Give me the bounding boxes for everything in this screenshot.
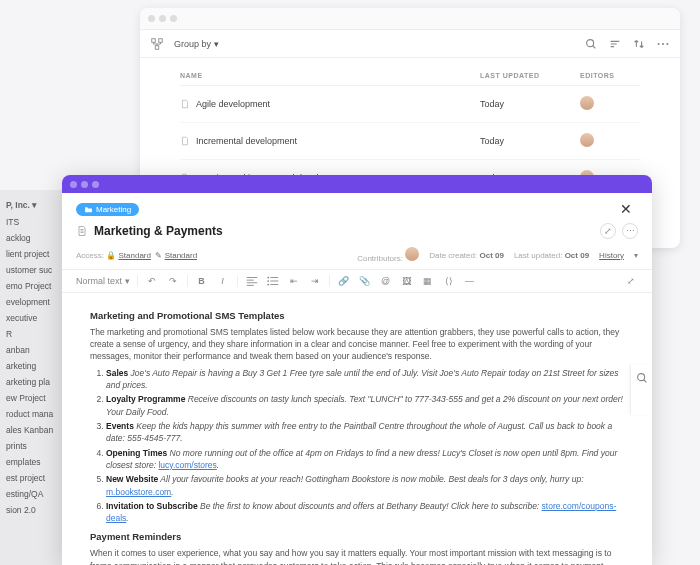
editor-toolbar: Normal text ▾ ↶ ↷ B I ⇤ ⇥ 🔗 📎 @ 🖼 ▦ ⟨⟩ —… xyxy=(62,270,652,293)
svg-point-10 xyxy=(637,374,644,381)
divider-icon[interactable]: — xyxy=(463,274,477,288)
row-title: Agile development xyxy=(196,99,270,109)
numbered-list: Sales Joe's Auto Repair is having a Buy … xyxy=(90,367,624,525)
traffic-lights xyxy=(148,15,177,22)
align-left-icon[interactable] xyxy=(245,274,259,288)
paragraph: The marketing and promotional SMS templa… xyxy=(90,326,624,363)
outdent-icon[interactable]: ⇤ xyxy=(287,274,301,288)
list-icon[interactable] xyxy=(266,274,280,288)
col-name: NAME xyxy=(180,72,480,79)
svg-point-3 xyxy=(587,39,594,46)
list-item: Opening Times No more running out of the… xyxy=(106,447,624,472)
paragraph: When it comes to user experience, what y… xyxy=(90,547,624,565)
list-item: New Website All your favourite books at … xyxy=(106,473,624,498)
link-icon[interactable]: 🔗 xyxy=(337,274,351,288)
document-icon xyxy=(180,99,190,109)
more-button[interactable]: ⋯ xyxy=(622,223,638,239)
list-item: Invitation to Subscribe Be the first to … xyxy=(106,500,624,525)
more-icon[interactable] xyxy=(656,37,670,51)
row-updated: Today xyxy=(480,136,580,146)
history-link[interactable]: History xyxy=(599,251,624,260)
project-tag[interactable]: Marketing xyxy=(76,203,139,216)
expand-icon[interactable]: ⤢ xyxy=(624,274,638,288)
search-icon[interactable] xyxy=(635,371,649,385)
title-row: Marketing & Payments ⤢ ⋯ xyxy=(62,221,652,245)
tag-row: Marketing ✕ xyxy=(62,193,652,221)
document-title[interactable]: Marketing & Payments xyxy=(94,224,594,238)
close-button[interactable]: ✕ xyxy=(614,199,638,219)
attachment-icon[interactable]: 📎 xyxy=(358,274,372,288)
row-updated: Today xyxy=(480,99,580,109)
undo-icon[interactable]: ↶ xyxy=(145,274,159,288)
updated-label: Last updated: xyxy=(514,251,562,260)
row-title: Incremental development xyxy=(196,136,297,146)
hierarchy-icon[interactable] xyxy=(150,37,164,51)
list-toolbar: Group by ▾ xyxy=(140,30,680,58)
table-row[interactable]: Incremental developmentToday xyxy=(180,123,640,160)
access-value2[interactable]: Standard xyxy=(165,251,197,260)
svg-point-5 xyxy=(662,42,664,44)
heading: Payment Reminders xyxy=(90,530,624,544)
col-updated: LAST UPDATED xyxy=(480,72,580,79)
contributors-label: Contributors: xyxy=(357,254,403,263)
created-value: Oct 09 xyxy=(479,251,503,260)
avatar[interactable] xyxy=(580,96,594,110)
right-rail xyxy=(630,365,652,415)
chevron-down-icon: ▾ xyxy=(214,39,219,49)
list-item: Events Keep the kids happy this summer w… xyxy=(106,420,624,445)
svg-rect-1 xyxy=(159,38,163,42)
code-icon[interactable]: ⟨⟩ xyxy=(442,274,456,288)
group-by-dropdown[interactable]: Group by ▾ xyxy=(174,39,219,49)
chevron-down-icon: ▾ xyxy=(32,200,37,210)
pencil-icon: ✎ xyxy=(155,251,162,260)
svg-point-9 xyxy=(267,284,269,286)
created-label: Date created: xyxy=(429,251,477,260)
bold-icon[interactable]: B xyxy=(195,274,209,288)
avatar[interactable] xyxy=(405,247,419,261)
svg-point-4 xyxy=(658,42,660,44)
mention-icon[interactable]: @ xyxy=(379,274,393,288)
style-dropdown[interactable]: Normal text ▾ xyxy=(76,276,130,286)
list-item: Sales Joe's Auto Repair is having a Buy … xyxy=(106,367,624,392)
svg-point-6 xyxy=(666,42,668,44)
document-icon xyxy=(180,136,190,146)
svg-rect-2 xyxy=(155,45,159,49)
lock-icon: 🔒 xyxy=(106,251,116,260)
folder-icon xyxy=(84,205,93,214)
search-icon[interactable] xyxy=(584,37,598,51)
window-titlebar xyxy=(62,175,652,193)
traffic-lights xyxy=(70,181,99,188)
svg-point-8 xyxy=(267,280,269,282)
meta-row: Access: 🔒 Standard ✎ Standard Contributo… xyxy=(62,245,652,270)
document-body[interactable]: Marketing and Promotional SMS Templates … xyxy=(62,293,652,565)
table-row[interactable]: Agile developmentToday xyxy=(180,86,640,123)
sort-icon[interactable] xyxy=(608,37,622,51)
document-icon xyxy=(76,225,88,237)
access-value[interactable]: Standard xyxy=(118,251,150,260)
access-label: Access: xyxy=(76,251,104,260)
list-item: Loyalty Programme Receive discounts on t… xyxy=(106,393,624,418)
chevron-down-icon: ▾ xyxy=(634,251,638,260)
inline-link[interactable]: m.bookstore.com xyxy=(106,487,171,497)
col-editors: EDITORS xyxy=(580,72,640,79)
heading: Marketing and Promotional SMS Templates xyxy=(90,309,624,323)
expand-button[interactable]: ⤢ xyxy=(600,223,616,239)
svg-rect-0 xyxy=(152,38,156,42)
redo-icon[interactable]: ↷ xyxy=(166,274,180,288)
table-icon[interactable]: ▦ xyxy=(421,274,435,288)
updated-value: Oct 09 xyxy=(565,251,589,260)
table-header: NAME LAST UPDATED EDITORS xyxy=(180,72,640,86)
indent-icon[interactable]: ⇥ xyxy=(308,274,322,288)
window-titlebar xyxy=(140,8,680,30)
avatar[interactable] xyxy=(580,133,594,147)
svg-point-7 xyxy=(267,277,269,279)
image-icon[interactable]: 🖼 xyxy=(400,274,414,288)
updown-icon[interactable] xyxy=(632,37,646,51)
inline-link[interactable]: lucy.com/stores xyxy=(158,460,216,470)
italic-icon[interactable]: I xyxy=(216,274,230,288)
document-window: Marketing ✕ Marketing & Payments ⤢ ⋯ Acc… xyxy=(62,175,652,565)
